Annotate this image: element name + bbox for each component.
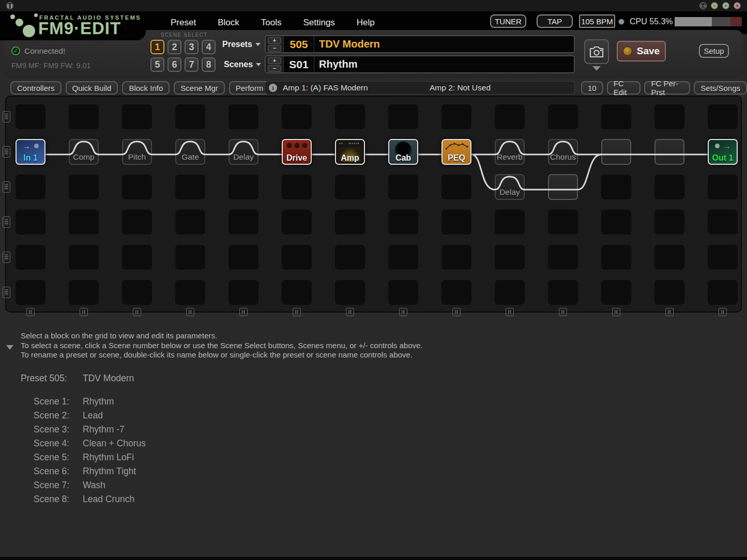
block-gate[interactable]: Gate <box>175 139 205 165</box>
scene-select-button-1[interactable]: 1 <box>150 40 164 54</box>
grid-cell[interactable] <box>601 104 631 129</box>
row-handle[interactable] <box>3 216 10 228</box>
row-handle[interactable] <box>3 252 10 263</box>
grid-cell[interactable] <box>495 210 525 235</box>
grid-cell[interactable] <box>282 245 312 270</box>
minimize-icon[interactable]: − <box>711 2 718 9</box>
grid-cell[interactable] <box>69 245 99 270</box>
scene-select-button-2[interactable]: 2 <box>167 40 181 54</box>
grid-cell[interactable] <box>175 280 205 305</box>
grid-cell[interactable] <box>69 175 99 199</box>
grid-cell[interactable] <box>601 175 631 199</box>
menu-tools[interactable]: Tools <box>261 18 282 28</box>
column-handle[interactable] <box>26 308 35 316</box>
shunt-cell[interactable] <box>601 139 631 165</box>
grid-cell[interactable] <box>708 245 738 270</box>
grid-cell[interactable] <box>441 210 471 235</box>
scene-info-name[interactable]: Rhythm LoFi <box>83 450 134 464</box>
row-handle[interactable] <box>3 146 10 158</box>
block-comp[interactable]: Comp <box>69 139 99 165</box>
grid-cell[interactable] <box>495 104 525 129</box>
preset-increment-button[interactable]: + <box>268 37 281 44</box>
menu-block[interactable]: Block <box>218 18 239 28</box>
grid-cell[interactable] <box>175 210 205 235</box>
grid-cell[interactable] <box>282 280 312 305</box>
grid-cell[interactable] <box>122 104 152 129</box>
grid-cell[interactable] <box>69 104 99 129</box>
grid-cell[interactable] <box>441 104 471 129</box>
grid-cell[interactable] <box>654 280 684 305</box>
block-delay[interactable]: Delay <box>228 139 258 165</box>
scene-mgr-button[interactable]: Scene Mgr <box>174 81 225 95</box>
grid-cell[interactable] <box>228 175 258 199</box>
column-handle[interactable] <box>719 308 727 316</box>
grid-cell[interactable] <box>16 280 45 305</box>
scene-info-name[interactable]: Rhythm Tight <box>83 464 136 478</box>
preset-name[interactable]: TDV Modern <box>314 36 574 52</box>
grid-cell[interactable] <box>335 104 365 129</box>
presets-menu[interactable]: Presets <box>222 40 261 49</box>
column-handle[interactable] <box>346 308 354 316</box>
scene-info-name[interactable]: Clean + Chorus <box>83 437 146 450</box>
block-drive[interactable]: Drive <box>282 139 312 165</box>
grid-cell[interactable] <box>16 210 45 235</box>
grid-cell[interactable] <box>16 245 45 270</box>
scene-info-name[interactable]: Rhythm -7 <box>83 423 125 437</box>
grid-cell[interactable] <box>441 245 471 270</box>
grid-cell[interactable] <box>228 104 258 129</box>
preset-number[interactable]: 505 <box>284 36 314 52</box>
grid-cell[interactable] <box>708 280 738 305</box>
snapshot-dropdown-icon[interactable] <box>592 66 601 71</box>
column-handle[interactable] <box>186 308 194 316</box>
scene-increment-button[interactable]: + <box>268 57 281 64</box>
actual-size-icon[interactable]: 1:1 <box>699 2 707 9</box>
block-info-button[interactable]: Block Info <box>122 81 170 95</box>
scene-info-name[interactable]: Lead <box>83 409 103 423</box>
tap-button[interactable]: TAP <box>537 14 573 28</box>
grid-cell[interactable] <box>122 245 152 270</box>
menu-help[interactable]: Help <box>357 18 375 28</box>
close-icon[interactable]: ✕ <box>734 2 741 9</box>
grid-cell[interactable] <box>548 210 578 235</box>
block-in-1[interactable]: →In 1 <box>16 139 45 165</box>
grid-cell[interactable] <box>495 280 525 305</box>
grid-cell[interactable] <box>282 175 312 199</box>
fc-per-prst-button[interactable]: FC Per-Prst <box>644 81 690 95</box>
scene-info-name[interactable]: Lead Crunch <box>83 492 134 506</box>
grid-cell[interactable] <box>282 210 312 235</box>
preset-decrement-button[interactable]: − <box>268 45 281 52</box>
grid-cell[interactable] <box>441 280 471 305</box>
scenes-menu[interactable]: Scenes <box>224 60 261 69</box>
menu-preset[interactable]: Preset <box>171 18 196 28</box>
grid-cell[interactable] <box>69 280 99 305</box>
scene-name[interactable]: Rhythm <box>314 56 574 72</box>
grid-cell[interactable] <box>708 210 738 235</box>
scene-select-button-4[interactable]: 4 <box>202 40 216 54</box>
grid-cell[interactable] <box>228 245 258 270</box>
column-handle[interactable] <box>239 308 248 316</box>
grid-cell[interactable] <box>175 245 205 270</box>
grid-cell[interactable] <box>654 104 684 129</box>
scene-select-button-6[interactable]: 6 <box>167 57 181 72</box>
grid-cell[interactable] <box>335 175 365 199</box>
grid-cell[interactable] <box>388 104 418 129</box>
block-delay[interactable]: Delay <box>495 174 525 200</box>
grid-cell[interactable] <box>388 175 418 199</box>
setup-button[interactable]: Setup <box>699 44 729 58</box>
shunt-cell[interactable] <box>654 139 684 165</box>
column-handle[interactable] <box>133 308 141 316</box>
tuner-button[interactable]: TUNER <box>490 14 526 28</box>
grid-cell[interactable] <box>335 245 365 270</box>
window-menu-icon[interactable]: ❚❚ <box>6 2 13 9</box>
column-handle[interactable] <box>665 308 674 316</box>
grid-cell[interactable] <box>16 175 45 199</box>
grid-cell[interactable] <box>548 280 578 305</box>
bpm-display[interactable]: 105 BPM <box>579 14 615 28</box>
grid-cell[interactable] <box>654 245 684 270</box>
block-chorus[interactable]: Chorus <box>548 139 578 165</box>
row-handle[interactable] <box>3 181 10 193</box>
collapse-panel-icon[interactable] <box>6 345 13 350</box>
scene-select-button-5[interactable]: 5 <box>150 57 164 72</box>
block-amp[interactable]: Amp <box>335 139 365 165</box>
row-handle[interactable] <box>3 287 10 298</box>
